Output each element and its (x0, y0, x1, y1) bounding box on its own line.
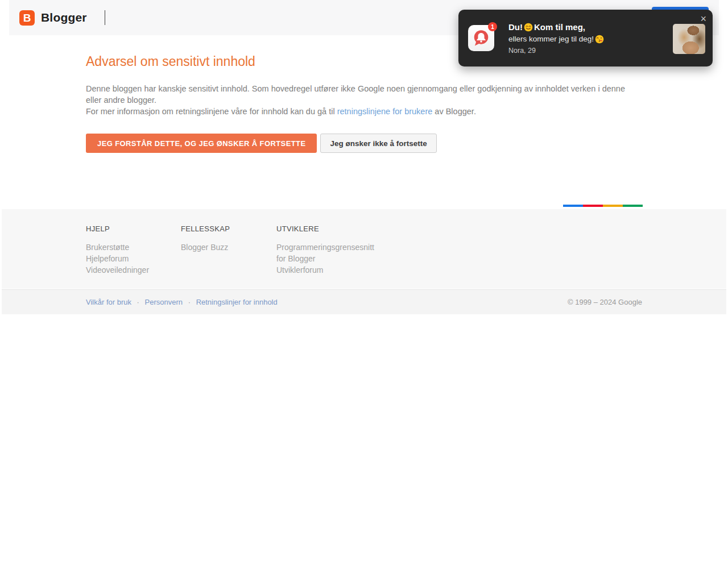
notification-sender: Nora, 29 (508, 47, 665, 55)
footer-column-help: HJELP Brukerstøtte Hjelpeforum Videoveil… (86, 225, 181, 276)
google-bar-yellow (603, 205, 623, 207)
footer-column-community: FELLESSKAP Blogger Buzz (181, 225, 276, 276)
notification-body: Du! Kom til meg, ellers kommer jeg til d… (508, 22, 665, 55)
notification-title-suffix: Kom til meg, (534, 22, 585, 33)
warning-line-2: For mer informasjon om retningslinjene v… (86, 106, 642, 117)
footer-link-help-forum[interactable]: Hjelpeforum (86, 253, 181, 264)
footer-link-dev-forum[interactable]: Utviklerforum (276, 264, 384, 276)
footer-heading-help: HJELP (86, 225, 181, 233)
smiling-face-emoji-icon (524, 23, 533, 32)
footer-legal-inner: Vilkår for bruk · Personvern · Retningsl… (86, 298, 642, 306)
kissing-face-emoji-icon (595, 35, 604, 44)
footer-link-api[interactable]: Programmeringsgrensesnitt for Blogger (276, 242, 384, 264)
continue-button[interactable]: JEG FORSTÅR DETTE, OG JEG ØNSKER Å FORTS… (86, 134, 317, 153)
warning-line-2-suffix: av Blogger. (432, 107, 476, 116)
footer-heading-community: FELLESSKAP (181, 225, 276, 233)
google-color-bar (563, 205, 643, 207)
google-bar-blue (563, 205, 583, 207)
bell-bubble-icon (470, 27, 492, 49)
content-policy-link[interactable]: retningslinjene for brukere (337, 107, 433, 116)
notification-badge: 1 (488, 22, 497, 31)
header-divider (105, 10, 105, 25)
footer-columns: HJELP Brukerstøtte Hjelpeforum Videoveil… (86, 209, 726, 276)
blogger-logo-letter: B (23, 13, 31, 23)
content-guidelines-link[interactable]: Retningslinjer for innhold (196, 298, 278, 306)
notification-bell-icon: 1 (468, 25, 494, 51)
footer-column-developers: UTVIKLERE Programmeringsgrensesnitt for … (276, 225, 384, 276)
notification-title-prefix: Du! (508, 22, 523, 33)
notification-popup[interactable]: × 1 Du! Kom til meg, ellers kommer jeg t… (458, 10, 713, 66)
google-bar-green (623, 205, 643, 207)
privacy-link[interactable]: Personvern (145, 298, 183, 306)
brand-name: Blogger (41, 11, 87, 24)
legal-separator: · (137, 298, 139, 306)
terms-link[interactable]: Vilkår for bruk (86, 298, 131, 306)
notification-message: ellers kommer jeg til deg! (508, 34, 665, 44)
google-bar-red (583, 205, 603, 207)
notification-title: Du! Kom til meg, (508, 22, 665, 33)
footer: HJELP Brukerstøtte Hjelpeforum Videoveil… (2, 209, 726, 289)
warning-text: Denne bloggen har kanskje sensitivt innh… (86, 83, 642, 117)
warning-line-2-prefix: For mer informasjon om retningslinjene v… (86, 107, 337, 116)
warning-line-1: Denne bloggen har kanskje sensitivt innh… (86, 83, 642, 106)
copyright-text: © 1999 – 2024 Google (568, 298, 642, 306)
footer-heading-developers: UTVIKLERE (276, 225, 384, 233)
notification-message-text: ellers kommer jeg til deg! (508, 34, 594, 44)
legal-links: Vilkår for bruk · Personvern · Retningsl… (86, 298, 278, 306)
footer-legal-bar: Vilkår for bruk · Personvern · Retningsl… (2, 289, 726, 314)
legal-separator: · (188, 298, 191, 306)
notification-photo[interactable] (673, 24, 705, 54)
footer-link-support[interactable]: Brukerstøtte (86, 242, 181, 253)
footer-link-blogger-buzz[interactable]: Blogger Buzz (181, 242, 276, 253)
decline-button[interactable]: Jeg ønsker ikke å fortsette (320, 134, 436, 153)
blogger-logo-icon[interactable]: B (19, 10, 35, 26)
button-row: JEG FORSTÅR DETTE, OG JEG ØNSKER Å FORTS… (86, 134, 642, 153)
footer-link-video-tutorials[interactable]: Videoveiledninger (86, 264, 181, 276)
